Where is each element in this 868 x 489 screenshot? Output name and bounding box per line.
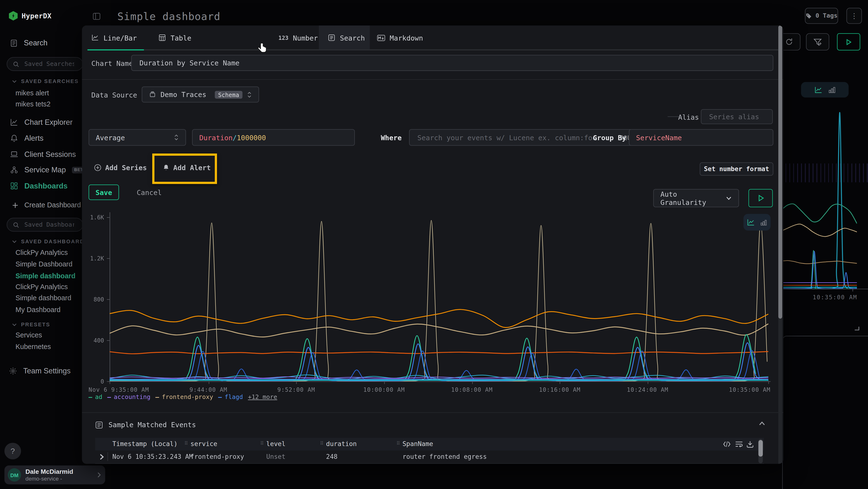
column-header-level[interactable]: level <box>266 440 285 448</box>
preset-item-services[interactable]: Services <box>16 332 42 339</box>
sidebar-item-alerts[interactable]: Alerts <box>10 134 43 142</box>
events-table-header: Timestamp (Local) ⠿ service ⠿ level ⠿ du… <box>95 438 764 451</box>
add-series-button[interactable]: Add Series <box>94 164 147 172</box>
column-header-duration[interactable]: duration <box>326 440 356 448</box>
group-by-label: Group By <box>593 134 626 142</box>
series-tan-wave <box>775 224 857 236</box>
saved-search-item[interactable]: mikes tets2 <box>16 100 51 108</box>
group-by-input[interactable]: ServiceName <box>629 129 773 146</box>
column-drag-handle[interactable]: ⠿ <box>260 440 264 446</box>
hyperdx-logo[interactable]: HyperDX <box>9 11 52 21</box>
event-row-clipped[interactable]: Nov 6 10:35:23.243 AM frontend-proxy Uns… <box>95 463 764 464</box>
y-tick-label: 0 <box>82 378 104 385</box>
duration-by-service-chart[interactable] <box>110 212 768 381</box>
sidebar-item-search[interactable]: Search <box>10 39 48 47</box>
sidebar-item-dashboards[interactable]: Dashboards <box>10 182 67 190</box>
sidebar-item-chart-explorer[interactable]: Chart Explorer <box>10 118 72 126</box>
sidebar-collapse-button[interactable] <box>91 10 102 22</box>
tags-button[interactable]: 0 Tags <box>805 8 838 24</box>
legend-more-link[interactable]: +12 more <box>248 394 277 401</box>
user-profile-card[interactable]: DM Dale McDiarmid demo-service - <box>4 466 105 484</box>
saved-dashboard-item[interactable]: Simple Dashboard <box>16 260 72 268</box>
brand-name: HyperDX <box>22 11 52 20</box>
filter-button[interactable] <box>806 33 829 51</box>
create-dashboard-button[interactable]: Create Dashboard <box>12 201 81 209</box>
schema-badge[interactable]: Schema <box>215 90 243 98</box>
x-tick-label: 10:08:00 AM <box>451 386 493 393</box>
saved-searches-searchbox[interactable] <box>7 57 83 71</box>
preset-item-kubernetes[interactable]: Kubernetes <box>16 343 51 351</box>
legend-item-flagd[interactable]: —flagd <box>218 394 243 401</box>
saved-dashboard-item-active[interactable]: Simple dashboard <box>16 272 75 280</box>
run-chart-button[interactable] <box>748 189 773 207</box>
saved-search-item[interactable]: mikes alert <box>16 89 49 97</box>
sidebar-item-service-map[interactable]: Service Map BETA <box>10 166 89 174</box>
where-input[interactable] <box>416 133 620 142</box>
series-light-cyan-wave <box>110 375 768 379</box>
sidebar-item-client-sessions[interactable]: Client Sessions <box>10 150 76 158</box>
tag-icon <box>806 12 812 19</box>
column-drag-handle[interactable]: ⠿ <box>320 440 323 446</box>
collapse-chevron-up-icon[interactable] <box>758 420 766 427</box>
wrap-text-icon[interactable] <box>735 440 743 448</box>
number-123-icon: 123 <box>278 34 288 40</box>
column-header-spanname[interactable]: SpanName <box>402 440 433 448</box>
data-source-select[interactable]: Demo Traces Schema <box>142 86 259 103</box>
granularity-select[interactable]: Auto Granularity <box>653 189 739 207</box>
table-icon <box>158 34 166 41</box>
panel-resize-handle[interactable] <box>854 325 860 332</box>
saved-dashboards-searchbox[interactable] <box>7 218 83 231</box>
save-button[interactable]: Save <box>89 185 119 200</box>
column-header-service[interactable]: service <box>190 440 217 448</box>
tab-number[interactable]: 123 Number <box>278 26 318 50</box>
page-title[interactable]: Simple dashboard <box>117 10 221 22</box>
chart-type-toggle[interactable] <box>743 214 771 230</box>
run-query-button-background[interactable] <box>837 33 860 51</box>
x-tick-label: 10:16:00 AM <box>539 386 580 393</box>
x-tick-label: 10:00:00 AM <box>363 386 405 393</box>
saved-dashboard-item[interactable]: ClickPy Analytics <box>16 283 68 291</box>
tab-line-bar[interactable]: Line/Bar <box>91 26 137 50</box>
saved-dashboard-item[interactable]: My Dashboard <box>16 306 61 314</box>
legend-item-frontend-proxy[interactable]: —frontend-proxy <box>156 394 213 401</box>
aggregation-select[interactable]: Average <box>89 129 186 146</box>
legend-item-ad[interactable]: —ad <box>89 394 102 401</box>
help-button[interactable]: ? <box>4 443 21 459</box>
event-row[interactable]: Nov 6 10:35:23.243 AM frontend-proxy Uns… <box>95 451 764 464</box>
tab-table[interactable]: Table <box>158 26 191 50</box>
kebab-menu-button[interactable]: ⋮ <box>846 8 862 24</box>
markdown-icon <box>377 34 385 41</box>
modal-scrollbar-thumb[interactable] <box>778 26 782 319</box>
expand-row-chevron-icon[interactable] <box>99 454 105 460</box>
tab-markdown[interactable]: Markdown <box>377 26 423 50</box>
field-expression-input[interactable]: Duration/1000000 <box>192 129 355 146</box>
saved-dashboards-section-header[interactable]: SAVED DASHBOARDS <box>12 238 89 244</box>
cancel-button[interactable]: Cancel <box>137 189 162 197</box>
saved-dashboard-item[interactable]: Simple dashboard <box>16 294 71 302</box>
saved-searches-input[interactable] <box>23 60 75 68</box>
presets-section-header[interactable]: PRESETS <box>12 321 51 327</box>
sidebar-item-team-settings[interactable]: Team Settings <box>9 367 71 375</box>
tab-search[interactable]: Search <box>328 26 365 50</box>
set-number-format-button[interactable]: Set number format <box>700 163 773 176</box>
chart-name-input[interactable] <box>138 58 766 67</box>
panel-collapse-icon <box>92 12 100 20</box>
saved-dashboards-input[interactable] <box>23 221 75 229</box>
saved-searches-section-header[interactable]: SAVED SEARCHES <box>12 78 79 84</box>
legend-item-accounting[interactable]: —accounting <box>107 394 151 401</box>
column-drag-handle[interactable]: ⠿ <box>184 440 188 446</box>
saved-dashboard-item[interactable]: ClickPy Analytics <box>16 249 68 257</box>
column-drag-handle[interactable]: ⠿ <box>396 440 400 446</box>
play-icon <box>757 195 764 202</box>
x-axis-tick <box>560 381 560 384</box>
alias-input[interactable] <box>708 112 766 121</box>
code-icon[interactable] <box>723 440 731 448</box>
x-tick-label: 10:35:00 AM <box>729 386 770 393</box>
background-next-panel <box>782 336 868 489</box>
y-tick-label: 1.6K <box>82 214 104 221</box>
events-list-icon <box>95 421 103 429</box>
download-icon[interactable] <box>746 440 754 448</box>
background-dashboard-chart[interactable] <box>775 100 857 289</box>
column-header-timestamp[interactable]: Timestamp (Local) <box>112 440 178 448</box>
background-chart-type-toggle[interactable] <box>801 82 848 97</box>
